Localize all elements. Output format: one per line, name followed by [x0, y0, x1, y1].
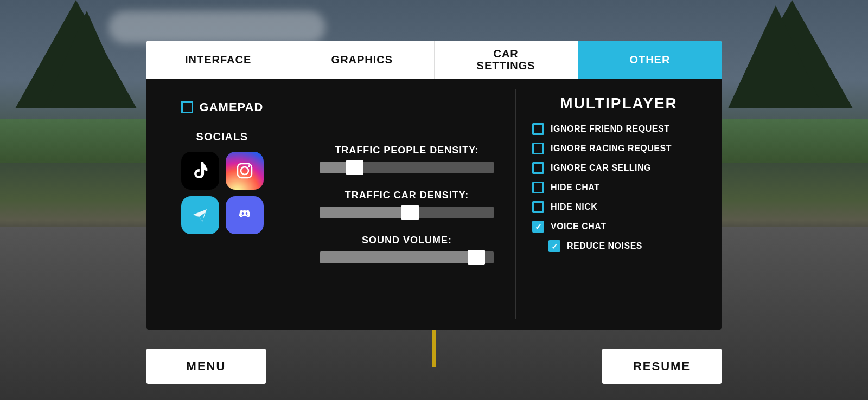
mp-label-2: IGNORE CAR SELLING — [551, 163, 651, 173]
mp-options-container: IGNORE FRIEND REQUESTIGNORE RACING REQUE… — [532, 123, 705, 260]
mp-label-6: REDUCE NOISES — [567, 241, 642, 251]
slider-traffic-people: TRAFFIC PEOPLE DENSITY: — [320, 145, 494, 173]
mp-option-5: ✓VOICE CHAT — [532, 221, 705, 233]
traffic-car-label: TRAFFIC CAR DENSITY: — [320, 190, 494, 201]
tiktok-icon[interactable] — [181, 152, 219, 190]
multiplayer-title: MULTIPLAYER — [532, 95, 705, 112]
tabs-bar: INTERFACE GRAPHICS CARSETTINGS OTHER — [146, 41, 722, 79]
traffic-people-label: TRAFFIC PEOPLE DENSITY: — [320, 145, 494, 156]
mp-checkbox-5[interactable]: ✓ — [532, 221, 544, 233]
mp-label-0: IGNORE FRIEND REQUEST — [551, 124, 669, 134]
mp-label-1: IGNORE RACING REQUEST — [551, 144, 672, 153]
svg-point-2 — [248, 165, 250, 167]
discord-icon[interactable] — [226, 196, 264, 234]
svg-point-1 — [241, 167, 248, 175]
mp-checkbox-1[interactable] — [532, 143, 544, 154]
mp-option-1: IGNORE RACING REQUEST — [532, 143, 705, 154]
tab-graphics[interactable]: GRAPHICS — [290, 41, 434, 79]
socials-label: SOCIALS — [196, 131, 248, 143]
mp-option-2: IGNORE CAR SELLING — [532, 162, 705, 174]
gamepad-label: GAMEPAD — [200, 100, 264, 114]
col-left: GAMEPAD SOCIALS — [146, 89, 298, 319]
tab-interface[interactable]: INTERFACE — [146, 41, 290, 79]
traffic-people-track[interactable] — [320, 162, 494, 173]
mp-label-3: HIDE CHAT — [551, 183, 599, 192]
sound-volume-thumb[interactable] — [468, 250, 485, 265]
tab-other[interactable]: OTHER — [578, 41, 722, 79]
mp-checkbox-3[interactable] — [532, 182, 544, 193]
mp-option-0: IGNORE FRIEND REQUEST — [532, 123, 705, 135]
slider-traffic-car: TRAFFIC CAR DENSITY: — [320, 190, 494, 218]
sound-volume-fill — [320, 251, 476, 263]
mp-label-5: VOICE CHAT — [551, 222, 606, 231]
sound-volume-label: SOUND VOLUME: — [320, 235, 494, 246]
settings-panel: INTERFACE GRAPHICS CARSETTINGS OTHER GAM… — [146, 41, 722, 330]
tab-car-settings[interactable]: CARSETTINGS — [435, 41, 578, 79]
instagram-icon[interactable] — [226, 152, 264, 190]
sky-clouds — [108, 11, 326, 43]
traffic-car-fill — [320, 207, 410, 218]
mp-checkbox-4[interactable] — [532, 201, 544, 213]
mp-checkbox-0[interactable] — [532, 123, 544, 135]
resume-button[interactable]: RESUME — [602, 349, 722, 384]
mp-option-4: HIDE NICK — [532, 201, 705, 213]
traffic-car-track[interactable] — [320, 207, 494, 218]
col-right: MULTIPLAYER IGNORE FRIEND REQUESTIGNORE … — [515, 89, 722, 319]
traffic-car-thumb[interactable] — [401, 205, 419, 220]
menu-button[interactable]: MENU — [146, 349, 266, 384]
mp-option-6: ✓REDUCE NOISES — [548, 240, 705, 252]
telegram-icon[interactable] — [181, 196, 219, 234]
traffic-people-thumb[interactable] — [346, 160, 363, 175]
sound-volume-track[interactable] — [320, 251, 494, 263]
gamepad-row: GAMEPAD — [181, 100, 264, 114]
bottom-bar: MENU RESUME — [146, 349, 722, 384]
gamepad-checkbox[interactable] — [181, 101, 193, 113]
content-area: GAMEPAD SOCIALS — [146, 79, 722, 330]
social-grid — [181, 152, 264, 234]
mp-checkbox-2[interactable] — [532, 162, 544, 174]
mp-option-3: HIDE CHAT — [532, 182, 705, 193]
col-mid: TRAFFIC PEOPLE DENSITY: TRAFFIC CAR DENS… — [298, 89, 515, 319]
mp-checkbox-6[interactable]: ✓ — [548, 240, 560, 252]
slider-sound-volume: SOUND VOLUME: — [320, 235, 494, 263]
mp-label-4: HIDE NICK — [551, 202, 597, 212]
